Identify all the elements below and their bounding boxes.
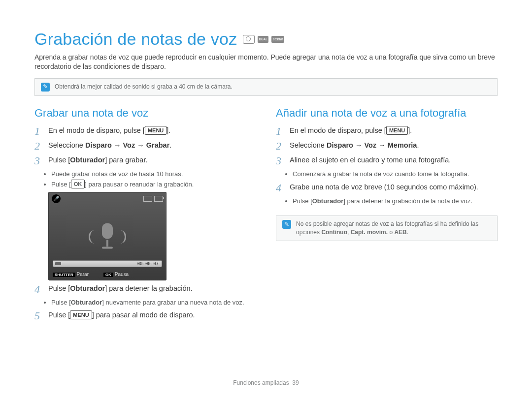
step-number: 2 xyxy=(34,140,43,152)
title-text: Grabación de notas de voz xyxy=(34,30,237,49)
microphone-graphic xyxy=(89,223,126,250)
bullet: Comenzará a grabar la nota de voz cuando… xyxy=(293,170,498,179)
step-number: 4 xyxy=(276,182,285,194)
step-number: 4 xyxy=(34,283,43,295)
dual-mode-icon: DUAL xyxy=(258,36,268,43)
step-number: 1 xyxy=(276,125,285,137)
footer-section: Funciones ampliadas xyxy=(233,379,289,386)
step-number: 1 xyxy=(34,125,43,137)
progress-bar: 00:00:07 xyxy=(53,260,162,267)
manual-page: Grabación de notas de voz DUAL SCENE Apr… xyxy=(0,0,532,401)
battery-icon xyxy=(154,196,163,202)
step-text: En el modo de disparo, pulse [MENU]. xyxy=(290,125,412,136)
bullet: Pulse [Obturador] para detener la grabac… xyxy=(293,197,498,206)
right-step-3: 3 Alinee el sujeto en el cuadro y tome u… xyxy=(276,155,498,167)
right-step-4-bullets: Pulse [Obturador] para detener la grabac… xyxy=(293,197,498,206)
right-step-3-bullets: Comenzará a grabar la nota de voz cuando… xyxy=(293,170,498,179)
left-step-5: 5 Pulse [MENU] para pasar al modo de dis… xyxy=(34,310,256,322)
memory-card-icon xyxy=(143,196,152,202)
ok-hint: OK Pausa xyxy=(103,272,129,277)
step-text: Seleccione Disparo → Voz → Memoria. xyxy=(290,140,419,151)
step-text: Grabe una nota de voz breve (10 segundos… xyxy=(290,182,478,192)
recording-indicator-icon: 🎤 xyxy=(52,194,61,203)
left-step-3: 3 Pulse [Obturador] para grabar. xyxy=(34,155,256,167)
restriction-note: ✎ No es posible agregar notas de voz a l… xyxy=(276,216,498,241)
right-step-4: 4 Grabe una nota de voz breve (10 segund… xyxy=(276,182,498,194)
step-number: 2 xyxy=(276,140,285,152)
content-columns: Grabar una nota de voz 1 En el modo de d… xyxy=(34,105,498,325)
info-icon: ✎ xyxy=(282,220,291,229)
bullet: Pulse [OK] para pausar o reanudar la gra… xyxy=(51,180,256,189)
screen-footer: SHUTTER Parar OK Pausa xyxy=(53,272,162,277)
left-step-3-bullets: Puede grabar notas de voz de hasta 10 ho… xyxy=(51,170,256,188)
step-text: Alinee el sujeto en el cuadro y tome una… xyxy=(290,155,451,165)
tip-note: ✎ Obtendrá la mejor calidad de sonido si… xyxy=(34,78,498,96)
left-step-4: 4 Pulse [Obturador] para detener la grab… xyxy=(34,283,256,295)
menu-key-icon: MENU xyxy=(386,126,408,135)
left-column: Grabar una nota de voz 1 En el modo de d… xyxy=(34,105,256,325)
info-icon: ✎ xyxy=(41,83,50,92)
page-title: Grabación de notas de voz DUAL SCENE xyxy=(34,30,498,49)
step-number: 5 xyxy=(34,310,43,322)
shutter-hint: SHUTTER Parar xyxy=(53,272,89,277)
left-step-4-bullets: Pulse [Obturador] nuevamente para grabar… xyxy=(51,298,256,307)
microphone-icon xyxy=(98,223,117,250)
left-step-2: 2 Seleccione Disparo → Voz → Grabar. xyxy=(34,140,256,152)
step-text: Pulse [Obturador] para detener la grabac… xyxy=(48,283,193,294)
step-text: Pulse [Obturador] para grabar. xyxy=(48,155,147,165)
step-text: Seleccione Disparo → Voz → Grabar. xyxy=(48,140,171,151)
bullet: Puede grabar notas de voz de hasta 10 ho… xyxy=(51,170,256,179)
step-text: En el modo de disparo, pulse [MENU]. xyxy=(48,125,170,136)
page-footer: Funciones ampliadas 39 xyxy=(0,379,532,386)
restriction-text: No es posible agregar notas de voz a las… xyxy=(296,220,491,237)
sound-wave-right-icon xyxy=(120,230,126,244)
mode-icons: DUAL SCENE xyxy=(243,35,284,44)
scene-mode-icon: SCENE xyxy=(271,36,284,43)
ok-key-icon: OK xyxy=(71,180,85,188)
camera-screen-preview: 🎤 00:00:07 SHUTTER P xyxy=(48,192,166,280)
right-step-1: 1 En el modo de disparo, pulse [MENU]. xyxy=(276,125,498,137)
timer: 00:00:07 xyxy=(137,261,159,266)
menu-key-icon: MENU xyxy=(70,310,92,319)
tip-text: Obtendrá la mejor calidad de sonido si g… xyxy=(55,83,233,91)
step-text: Pulse [MENU] para pasar al modo de dispa… xyxy=(48,310,195,320)
screen-status-icons xyxy=(143,196,163,202)
camera-mode-icon xyxy=(243,35,255,44)
footer-page: 39 xyxy=(292,379,299,386)
step-number: 3 xyxy=(34,155,43,167)
menu-key-icon: MENU xyxy=(145,126,166,135)
screen-top-bar: 🎤 xyxy=(52,194,163,203)
left-heading: Grabar una nota de voz xyxy=(34,107,256,120)
right-column: Añadir una nota de voz a una fotografía … xyxy=(276,105,498,325)
right-step-2: 2 Seleccione Disparo → Voz → Memoria. xyxy=(276,140,498,152)
bullet: Pulse [Obturador] nuevamente para grabar… xyxy=(51,298,256,307)
intro-text: Aprenda a grabar notas de voz que puede … xyxy=(34,53,498,71)
left-step-1: 1 En el modo de disparo, pulse [MENU]. xyxy=(34,125,256,137)
right-heading: Añadir una nota de voz a una fotografía xyxy=(276,107,498,120)
step-number: 3 xyxy=(276,155,285,167)
sound-wave-left-icon xyxy=(89,230,95,244)
